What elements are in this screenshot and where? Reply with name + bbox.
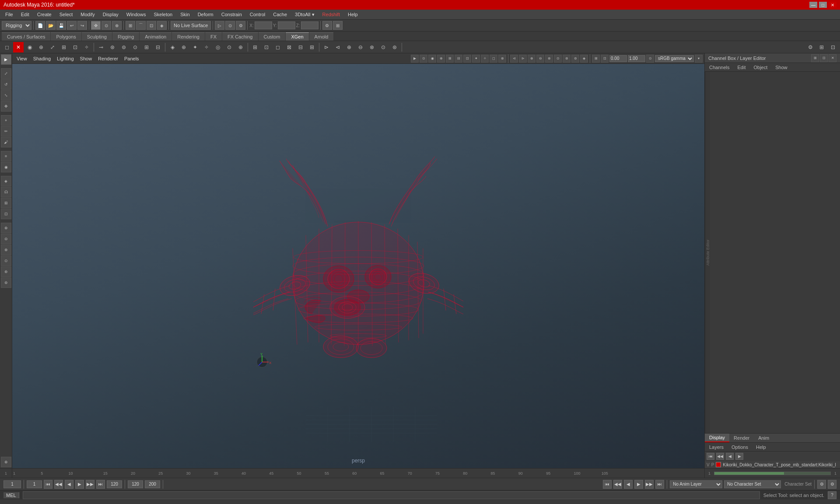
vp-btn-8[interactable]: ✦	[472, 55, 480, 63]
layer-opt-options[interactable]: Options	[730, 444, 750, 451]
timeline-range-bar[interactable]	[714, 472, 831, 475]
vp-btn-18[interactable]: ⊛	[563, 55, 570, 63]
scale-tool-left[interactable]: ⤡	[1, 90, 11, 101]
grid-left[interactable]: ⊞	[1, 198, 11, 208]
vp-value-1-input[interactable]	[609, 55, 627, 62]
pb-right-btn-3[interactable]: ◀	[624, 480, 633, 489]
range-end-input[interactable]	[107, 480, 122, 488]
menu-deform[interactable]: Deform	[194, 11, 217, 18]
menu-control[interactable]: Control	[246, 11, 269, 18]
cb-tab-edit[interactable]: Edit	[735, 64, 747, 71]
menu-skin[interactable]: Skin	[177, 11, 193, 18]
menu-create[interactable]: Create	[34, 11, 55, 18]
play-prev-frame-btn[interactable]: ◀	[65, 480, 74, 489]
icon-bar-btn-16[interactable]: ⊕	[178, 42, 189, 52]
pb-right-btn-2[interactable]: ◀◀	[613, 480, 622, 489]
close-button[interactable]: ✕	[829, 2, 836, 8]
vp-menu-shading[interactable]: Shading	[31, 55, 53, 62]
y-coord-input[interactable]	[278, 21, 295, 29]
pb-right-btn-5[interactable]: ▶▶	[645, 480, 654, 489]
new-scene-btn[interactable]: 📄	[35, 21, 45, 30]
icon-bar-btn-7[interactable]: ⊡	[70, 42, 80, 52]
icon-bar-btn-2[interactable]: ✕	[13, 42, 24, 52]
menu-file[interactable]: File	[2, 11, 17, 18]
mode-dropdown[interactable]: Rigging	[2, 21, 32, 30]
vp-btn-10[interactable]: ◻	[490, 55, 497, 63]
vp-btn-12[interactable]: ⊲	[510, 55, 518, 63]
snap-point-btn[interactable]: ⊡	[147, 21, 156, 30]
vp-btn-6[interactable]: ⊟	[455, 55, 462, 63]
soft-mod-left[interactable]: ⌖	[1, 115, 11, 126]
3d-viewport[interactable]: .wire { fill: rgba(180,0,40,0.15); strok…	[12, 64, 704, 468]
save-btn[interactable]: 💾	[56, 21, 66, 30]
measure-left[interactable]: ⊡	[1, 209, 11, 219]
icon-anim-3[interactable]: ⊗	[1, 245, 11, 255]
tab-curves-surfaces[interactable]: Curves / Surfaces	[2, 32, 50, 41]
vp-btn-24[interactable]: ▾	[695, 55, 703, 63]
mel-input[interactable]	[23, 491, 760, 499]
icon-bar-btn-31[interactable]: ⊖	[355, 42, 366, 52]
srgb-dropdown[interactable]: sRGB gamma	[655, 55, 694, 62]
redo-btn[interactable]: ↪	[77, 21, 87, 30]
paint-left[interactable]: 🖌	[1, 137, 11, 147]
maximize-button[interactable]: □	[819, 2, 827, 8]
menu-select[interactable]: Select	[56, 11, 77, 18]
cb-icon-1[interactable]: ⊞	[811, 54, 819, 62]
render-btn[interactable]: ▷	[215, 21, 224, 30]
range-start-input[interactable]	[27, 480, 42, 488]
universal-tool-left[interactable]: ✥	[1, 101, 11, 112]
lasso-btn[interactable]: ⊙	[102, 21, 111, 30]
paint-btn[interactable]: ⊕	[112, 21, 122, 30]
icon-bar-btn-11[interactable]: ⊚	[119, 42, 129, 52]
vp-btn-13[interactable]: ⊳	[519, 55, 527, 63]
vp-btn-11[interactable]: ⊗	[498, 55, 506, 63]
timeline-track[interactable]: 1 5 10 15 20 25 30 35 40 45 50 55 60 65 …	[12, 469, 704, 478]
character-set-dropdown[interactable]: No Character Set	[724, 480, 781, 488]
render-left[interactable]: ◈	[1, 176, 11, 186]
sound-range-end-input[interactable]	[145, 480, 160, 488]
icon-bar-btn-21[interactable]: ⊕	[235, 42, 246, 52]
icon-bar-btn-3[interactable]: ◉	[24, 42, 35, 52]
icon-bar-btn-23[interactable]: ⊡	[261, 42, 272, 52]
icon-bar-btn-24[interactable]: ◻	[273, 42, 283, 52]
menu-skeleton[interactable]: Skeleton	[150, 11, 176, 18]
icon-bar-btn-29[interactable]: ⊲	[332, 42, 343, 52]
tab-polygons[interactable]: Polygons	[51, 32, 81, 41]
icon-bar-btn-6[interactable]: ⊞	[59, 42, 69, 52]
icon-bar-right-btn-3[interactable]: ⊡	[828, 42, 838, 52]
x-coord-input[interactable]	[255, 21, 272, 29]
vp-btn-16[interactable]: ⊗	[545, 55, 553, 63]
icon-bar-btn-27[interactable]: ⊞	[307, 42, 317, 52]
pb-right-btn-6[interactable]: ⏭	[655, 480, 664, 489]
vp-btn-5[interactable]: ⊞	[446, 55, 454, 63]
snap-curve-btn[interactable]: ⌒	[136, 21, 146, 30]
icon-bar-btn-30[interactable]: ⊕	[344, 42, 354, 52]
icon-bar-btn-1[interactable]: ◻	[2, 42, 12, 52]
select-tool-left[interactable]: ▶	[1, 54, 11, 65]
vp-btn-2[interactable]: ⊙	[420, 55, 427, 63]
menu-constrain[interactable]: Constrain	[218, 11, 245, 18]
menu-display[interactable]: Display	[99, 11, 122, 18]
tab-rendering[interactable]: Rendering	[172, 32, 205, 41]
icon-bar-btn-22[interactable]: ⊞	[250, 42, 260, 52]
vp-menu-lighting[interactable]: Lighting	[54, 55, 77, 62]
no-live-surface-indicator[interactable]: No Live Surface	[171, 21, 211, 30]
vp-btn-21[interactable]: ⊞	[592, 55, 600, 63]
vp-menu-renderer[interactable]: Renderer	[95, 55, 121, 62]
menu-3dtall[interactable]: 3DtoAll ▾	[291, 11, 318, 18]
icon-bar-btn-25[interactable]: ⊠	[284, 42, 294, 52]
artisan-left[interactable]: ✏	[1, 126, 11, 136]
menu-modify[interactable]: Modify	[77, 11, 98, 18]
select-tool-btn[interactable]: ✥	[91, 21, 101, 30]
icon-bar-right-btn-1[interactable]: ⚙	[805, 42, 816, 52]
cb-tab-channels[interactable]: Channels	[707, 64, 731, 71]
vp-btn-1[interactable]: ▶	[411, 55, 419, 63]
cb-tab-show[interactable]: Show	[774, 64, 789, 71]
tab-rigging[interactable]: Rigging	[112, 32, 139, 41]
vp-btn-17[interactable]: ⊙	[554, 55, 562, 63]
tab-render[interactable]: Render	[729, 434, 754, 442]
cb-tab-object[interactable]: Object	[752, 64, 769, 71]
cb-icon-2[interactable]: ⊡	[820, 54, 828, 62]
tab-fx[interactable]: FX	[205, 32, 222, 41]
snap-grid-btn[interactable]: ⊞	[126, 21, 135, 30]
